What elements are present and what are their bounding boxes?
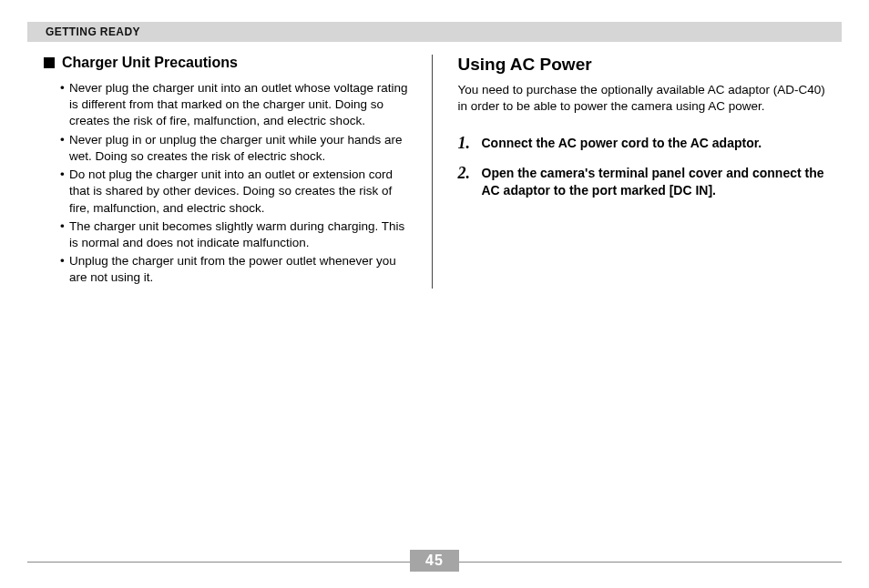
list-item-text: The charger unit becomes slightly warm d…: [69, 219, 404, 249]
page-number-value: 45: [425, 553, 444, 569]
square-bullet-icon: [44, 57, 55, 68]
left-column: Charger Unit Precautions Never plug the …: [27, 55, 433, 289]
steps-list: 1. Connect the AC power cord to the AC a…: [458, 135, 826, 199]
list-item-text: Never plug in or unplug the charger unit…: [69, 133, 402, 163]
step-number: 1.: [458, 135, 476, 151]
section-header: GETTING READY: [27, 22, 842, 42]
list-item-text: Do not plug the charger unit into an out…: [69, 167, 393, 214]
page-footer: 45: [27, 562, 842, 563]
manual-page: GETTING READY Charger Unit Precautions N…: [0, 0, 869, 588]
right-intro-text: You need to purchase the optionally avai…: [458, 82, 826, 115]
right-column: Using AC Power You need to purchase the …: [433, 55, 843, 289]
list-item: Never plug in or unplug the charger unit…: [60, 132, 412, 165]
section-header-label: GETTING READY: [46, 25, 140, 38]
list-item: Never plug the charger unit into an outl…: [60, 80, 412, 130]
list-item-text: Never plug the charger unit into an outl…: [69, 81, 407, 127]
step-text: Open the camera's terminal panel cover a…: [482, 165, 826, 199]
step-item: 1. Connect the AC power cord to the AC a…: [458, 135, 826, 152]
step-text: Connect the AC power cord to the AC adap…: [482, 135, 762, 152]
footer-rule: 45: [27, 562, 842, 563]
two-column-layout: Charger Unit Precautions Never plug the …: [27, 55, 842, 289]
list-item-text: Unplug the charger unit from the power o…: [69, 254, 396, 284]
page-number: 45: [410, 550, 459, 572]
list-item: Do not plug the charger unit into an out…: [60, 167, 412, 217]
right-section-title: Using AC Power: [458, 55, 826, 75]
step-number: 2.: [458, 165, 476, 181]
step-item: 2. Open the camera's terminal panel cove…: [458, 165, 826, 199]
left-subheading-text: Charger Unit Precautions: [62, 55, 238, 71]
precautions-list: Never plug the charger unit into an outl…: [44, 80, 412, 287]
list-item: Unplug the charger unit from the power o…: [60, 253, 412, 286]
left-subheading: Charger Unit Precautions: [44, 55, 412, 71]
list-item: The charger unit becomes slightly warm d…: [60, 218, 412, 251]
